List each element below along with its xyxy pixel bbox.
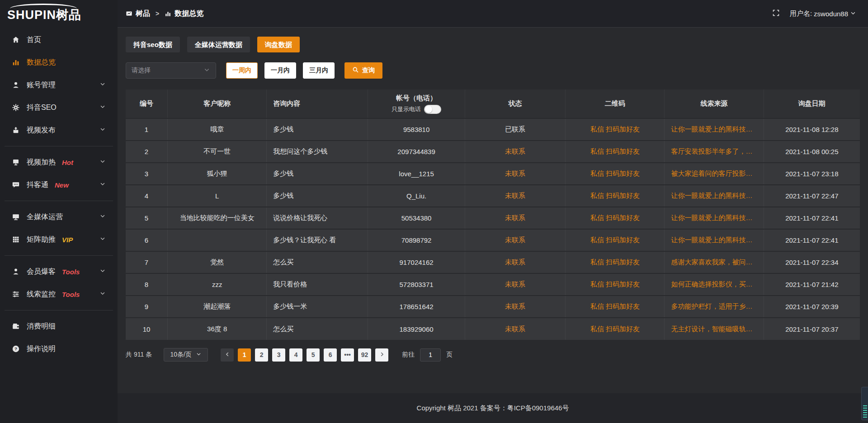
cell-source-link[interactable]: 被大家追着问的客厅投影分享...: [665, 163, 764, 185]
wallet-icon: [12, 322, 20, 330]
prev-page-button[interactable]: [221, 348, 234, 362]
chevron-down-icon-slot: [99, 268, 106, 276]
page-button-5[interactable]: 5: [307, 348, 320, 362]
cell-nickname: 觉然: [168, 251, 267, 273]
sidebar-item-抖音SEO[interactable]: 抖音SEO: [0, 96, 118, 119]
cell-source-link[interactable]: 让你一眼就爱上的黑科技，能...: [665, 229, 764, 251]
cell-source-link[interactable]: 让你一眼就爱上的黑科技，能...: [665, 207, 764, 229]
cell-qrcode-link[interactable]: 私信 扫码加好友: [566, 118, 665, 141]
page-size-select[interactable]: 10条/页: [164, 348, 208, 362]
cell-source-link[interactable]: 感谢大家喜欢我家，被问了好...: [665, 251, 764, 273]
cell-qrcode-link[interactable]: 私信 扫码加好友: [566, 318, 665, 340]
cell-qrcode-link[interactable]: 私信 扫码加好友: [566, 296, 665, 318]
tab-全媒体运营数据[interactable]: 全媒体运营数据: [187, 37, 250, 52]
next-page-button[interactable]: [375, 348, 388, 362]
cell-account: 2097344839: [368, 141, 465, 163]
period-button-一月内[interactable]: 一月内: [264, 62, 296, 79]
table-row: 4L多少钱Q_Liu.未联系私信 扫码加好友让你一眼就爱上的黑科技，能...20…: [126, 185, 860, 207]
page-button-3[interactable]: 3: [272, 348, 285, 362]
sidebar-item-首页[interactable]: 首页: [0, 28, 118, 51]
search-icon-slot: [352, 66, 359, 75]
cell-number: 6: [126, 229, 168, 251]
cell-source-link[interactable]: 无主灯设计，智能磁吸轨道灯...: [665, 318, 764, 340]
query-label: 查询: [362, 66, 375, 75]
query-button[interactable]: 查询: [344, 62, 382, 79]
phone-only-toggle[interactable]: [424, 105, 441, 114]
publish-icon: [12, 126, 20, 134]
table-row: 5当地比较能吃的一位美女说说价格让我死心50534380未联系私信 扫码加好友让…: [126, 207, 860, 229]
user-icon: [12, 81, 20, 89]
page-ellipsis-button[interactable]: •••: [341, 348, 354, 362]
sidebar-item-会员爆客[interactable]: 会员爆客Tools: [0, 260, 118, 283]
chevron-down-icon-slot: [99, 181, 106, 189]
cell-date: 2021-11-08 12:28: [764, 118, 860, 141]
cell-source-link[interactable]: 如何正确选择投影仪，买投影...: [665, 273, 764, 296]
filter-select[interactable]: 请选择: [126, 62, 216, 79]
sidebar-item-消费明细[interactable]: 消费明细: [0, 315, 118, 338]
cell-qrcode-link[interactable]: 私信 扫码加好友: [566, 185, 665, 207]
page-button-92[interactable]: 92: [358, 348, 371, 362]
cell-number: 3: [126, 163, 168, 185]
page-button-2[interactable]: 2: [255, 348, 268, 362]
fullscreen-button[interactable]: [772, 9, 780, 18]
cell-status: 已联系: [465, 118, 565, 141]
cell-source-link[interactable]: 让你一眼就爱上的黑科技，能...: [665, 118, 764, 141]
table-row: 1哦章多少钱9583810已联系私信 扫码加好友让你一眼就爱上的黑科技，能...…: [126, 118, 860, 141]
svg-text:?: ?: [14, 347, 17, 352]
sidebar-item-label: 消费明细: [27, 322, 56, 331]
cell-qrcode-link[interactable]: 私信 扫码加好友: [566, 141, 665, 163]
period-button-一周内[interactable]: 一周内: [226, 62, 258, 79]
sidebar: SHUPIN树品 首页数据总览账号管理抖音SEO视频发布视频加热Hot抖客通Ne…: [0, 0, 118, 423]
app-window: SHUPIN树品 首页数据总览账号管理抖音SEO视频发布视频加热Hot抖客通Ne…: [0, 0, 868, 423]
goto-page-input[interactable]: [420, 348, 441, 362]
username: zswodun88: [814, 10, 848, 18]
chevron-down-icon-slot: [99, 213, 106, 221]
sidebar-item-label: 抖音SEO: [27, 103, 57, 113]
sidebar-item-全媒体运营[interactable]: 全媒体运营: [0, 206, 118, 228]
chevron-down-icon: [99, 126, 106, 132]
period-button-三月内[interactable]: 三月内: [303, 62, 335, 79]
cell-source-link[interactable]: 让你一眼就爱上的黑科技，能...: [665, 185, 764, 207]
cell-nickname: 不可一世: [168, 141, 267, 163]
cell-nickname: zzz: [168, 273, 267, 296]
page-button-1[interactable]: 1: [238, 348, 251, 362]
cell-qrcode-link[interactable]: 私信 扫码加好友: [566, 229, 665, 251]
cell-content: 说说价格让我死心: [267, 207, 368, 229]
table-row: 1036度 8怎么买183929060未联系私信 扫码加好友无主灯设计，智能磁吸…: [126, 318, 860, 340]
sidebar-item-数据总览[interactable]: 数据总览: [0, 51, 118, 74]
sidebar-item-操作说明[interactable]: ?操作说明: [0, 338, 118, 360]
cell-date: 2021-11-07 22:34: [764, 251, 860, 273]
page-button-4[interactable]: 4: [289, 348, 302, 362]
user-menu[interactable]: 用户名: zswodun88: [790, 9, 856, 18]
cell-qrcode-link[interactable]: 私信 扫码加好友: [566, 273, 665, 296]
cell-source-link[interactable]: 多功能护栏灯，适用于乡村文...: [665, 296, 764, 318]
tab-抖音seo数据[interactable]: 抖音seo数据: [126, 37, 180, 52]
cell-content: 多少钱: [267, 118, 368, 141]
page-button-6[interactable]: 6: [324, 348, 337, 362]
breadcrumb-item-数据总览[interactable]: 数据总览: [165, 9, 203, 19]
floating-widget[interactable]: [861, 387, 868, 420]
cell-qrcode-link[interactable]: 私信 扫码加好友: [566, 163, 665, 185]
sidebar-item-账号管理[interactable]: 账号管理: [0, 74, 118, 96]
chevron-down-icon-slot: [99, 103, 106, 112]
column-header-帐号（电话）: 帐号（电话）只显示电话: [368, 89, 465, 118]
tab-询盘数据[interactable]: 询盘数据: [257, 37, 300, 52]
sliders-icon: [12, 290, 20, 298]
chevron-right-icon-slot: [379, 351, 385, 359]
sidebar-item-视频加热[interactable]: 视频加热Hot: [0, 151, 118, 174]
cell-qrcode-link[interactable]: 私信 扫码加好友: [566, 207, 665, 229]
sidebar-item-矩阵助推[interactable]: 矩阵助推VIP: [0, 228, 118, 251]
board-icon: [126, 10, 132, 17]
sidebar-item-抖客通[interactable]: 抖客通New: [0, 174, 118, 196]
cell-nickname: [168, 229, 267, 251]
sidebar-item-视频发布[interactable]: 视频发布: [0, 119, 118, 141]
chevron-right-icon: [379, 351, 385, 357]
cell-qrcode-link[interactable]: 私信 扫码加好友: [566, 251, 665, 273]
cell-status: 未联系: [465, 273, 565, 296]
sidebar-item-label: 全媒体运营: [27, 212, 63, 222]
cell-source-link[interactable]: 客厅安装投影半年多了，真实...: [665, 141, 764, 163]
cell-status: 未联系: [465, 141, 565, 163]
table-row: 8zzz我只看价格572803371未联系私信 扫码加好友如何正确选择投影仪，买…: [126, 273, 860, 296]
breadcrumb-item-树品[interactable]: 树品: [126, 9, 150, 19]
sidebar-item-线索监控[interactable]: 线索监控Tools: [0, 283, 118, 306]
